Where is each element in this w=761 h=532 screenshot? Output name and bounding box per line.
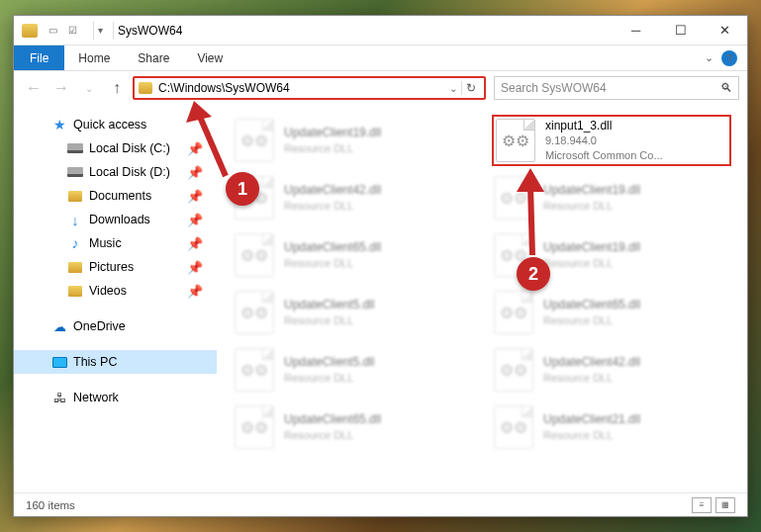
network-icon: 🖧 — [51, 390, 67, 405]
dll-file-icon: ⚙⚙ — [494, 291, 533, 334]
pin-icon: 📌 — [187, 260, 203, 275]
dll-file-icon: ⚙⚙ — [494, 348, 533, 392]
music-icon: ♪ — [67, 235, 83, 251]
drive-icon — [67, 167, 83, 177]
up-button[interactable]: ↑ — [105, 76, 129, 100]
title-bar: ▭ ☑ ▾ SysWOW64 ─ ☐ ✕ — [14, 16, 747, 45]
help-icon[interactable]: ? — [721, 50, 737, 66]
explorer-window: ▭ ☑ ▾ SysWOW64 ─ ☐ ✕ File Home Share Vie… — [13, 15, 748, 517]
quick-access-toolbar: ▭ ☑ — [44, 22, 81, 40]
folder-icon — [139, 82, 152, 94]
file-version: 9.18.944.0 — [545, 133, 663, 148]
search-input[interactable]: Search SysWOW64 🔍︎ — [494, 76, 739, 100]
item-count: 160 items — [26, 499, 75, 511]
folder-icon — [68, 191, 82, 202]
navigation-bar: ← → ⌄ ↑ C:\Windows\SysWOW64 ⌄ ↻ Search S… — [14, 71, 747, 105]
separator — [113, 22, 114, 40]
folder-icon — [68, 286, 82, 297]
file-item[interactable]: ⚙⚙ UpdateClient21.dllResource DLL — [492, 401, 731, 453]
sidebar-item-pictures[interactable]: Pictures 📌 — [14, 255, 217, 279]
details-view-button[interactable]: ≡ — [692, 497, 712, 513]
sidebar-network[interactable]: 🖧 Network — [14, 386, 217, 409]
dll-file-icon: ⚙⚙ — [496, 119, 535, 162]
search-icon: 🔍︎ — [720, 81, 732, 95]
sidebar-onedrive[interactable]: ☁ OneDrive — [14, 314, 217, 338]
dll-file-icon: ⚙⚙ — [235, 233, 274, 277]
sidebar-item-music[interactable]: ♪ Music 📌 — [14, 231, 217, 255]
tab-view[interactable]: View — [183, 45, 237, 70]
cloud-icon: ☁ — [51, 318, 67, 334]
star-icon: ★ — [51, 117, 67, 133]
search-placeholder: Search SysWOW64 — [501, 81, 607, 95]
qat-button[interactable]: ☑ — [63, 22, 81, 40]
dll-file-icon: ⚙⚙ — [235, 348, 274, 392]
address-dropdown-icon[interactable]: ⌄ — [445, 83, 461, 94]
qat-dropdown[interactable]: ▾ — [98, 25, 103, 36]
file-name: xinput1_3.dll — [545, 118, 663, 133]
qat-button[interactable]: ▭ — [44, 22, 61, 40]
tab-home[interactable]: Home — [64, 45, 124, 70]
file-item[interactable]: ⚙⚙ UpdateClient65.dllResource DLL — [233, 401, 472, 453]
minimize-button[interactable]: ─ — [614, 16, 658, 45]
file-item[interactable]: ⚙⚙ UpdateClient65.dllResource DLL — [492, 287, 731, 338]
annotation-callout-2: 2 — [517, 257, 550, 291]
monitor-icon — [52, 357, 67, 368]
file-list: ⚙⚙ UpdateClient19.dllResource DLL ⚙⚙ xin… — [217, 105, 747, 492]
dll-file-icon: ⚙⚙ — [494, 405, 533, 449]
file-item-highlighted[interactable]: ⚙⚙ xinput1_3.dll 9.18.944.0 Microsoft Co… — [492, 115, 731, 166]
drive-icon — [67, 143, 83, 153]
folder-icon — [22, 24, 38, 38]
sidebar-item-downloads[interactable]: ↓ Downloads 📌 — [14, 208, 217, 231]
file-tab[interactable]: File — [14, 45, 64, 70]
dll-file-icon: ⚙⚙ — [235, 291, 274, 334]
separator — [93, 22, 94, 40]
pin-icon: 📌 — [187, 236, 203, 251]
folder-icon — [68, 262, 82, 273]
status-bar: 160 items ≡ ▦ — [14, 492, 747, 516]
tab-share[interactable]: Share — [124, 45, 183, 70]
recent-dropdown[interactable]: ⌄ — [77, 76, 101, 100]
pin-icon: 📌 — [187, 284, 203, 299]
annotation-callout-1: 1 — [226, 172, 259, 206]
svg-marker-1 — [517, 168, 544, 192]
forward-button[interactable]: → — [49, 76, 73, 100]
file-item[interactable]: ⚙⚙ UpdateClient5.dllResource DLL — [233, 344, 472, 396]
svg-marker-0 — [186, 101, 212, 123]
download-icon: ↓ — [67, 212, 83, 227]
file-item[interactable]: ⚙⚙ UpdateClient42.dllResource DLL — [492, 344, 731, 396]
ribbon: File Home Share View ⌄ ? — [14, 45, 747, 71]
back-button[interactable]: ← — [22, 76, 46, 100]
annotation-arrow-1 — [180, 93, 269, 192]
ribbon-expand-icon[interactable]: ⌄ — [705, 51, 713, 64]
sidebar-item-videos[interactable]: Videos 📌 — [14, 279, 217, 303]
file-description: Microsoft Common Co... — [545, 148, 663, 163]
icons-view-button[interactable]: ▦ — [715, 497, 735, 513]
file-item[interactable]: ⚙⚙ UpdateClient65.dllResource DLL — [233, 229, 472, 281]
close-button[interactable]: ✕ — [703, 16, 747, 45]
maximize-button[interactable]: ☐ — [658, 16, 703, 45]
window-title: SysWOW64 — [118, 24, 182, 38]
annotation-arrow-2 — [503, 162, 562, 271]
refresh-button[interactable]: ↻ — [461, 81, 480, 95]
pin-icon: 📌 — [187, 213, 203, 227]
dll-file-icon: ⚙⚙ — [235, 405, 274, 449]
sidebar-this-pc[interactable]: This PC — [14, 350, 217, 374]
file-item[interactable]: ⚙⚙ UpdateClient5.dllResource DLL — [233, 287, 472, 338]
